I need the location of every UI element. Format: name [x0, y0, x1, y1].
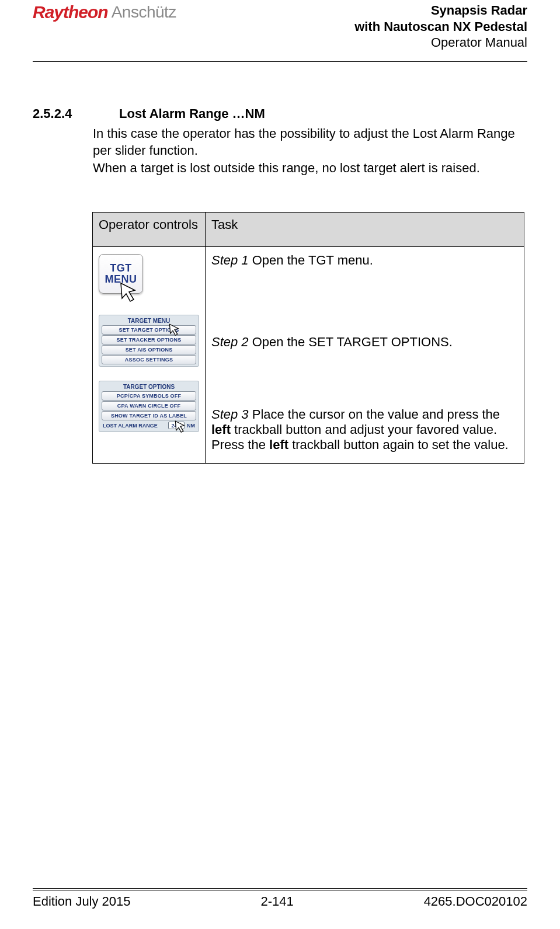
step-3-label: Step 3 [211, 407, 249, 422]
target-menu-title: TARGET MENU [100, 316, 197, 325]
menu-item-set-tracker-options[interactable]: SET TRACKER OPTIONS [102, 335, 196, 345]
step-1: Step 1 Open the TGT menu. [211, 253, 518, 268]
lost-alarm-range-value[interactable]: 24.0 [168, 422, 185, 429]
section-body: In this case the operator has the possib… [93, 125, 527, 177]
lost-alarm-range-row: LOST ALARM RANGE 24.0 NM [102, 421, 196, 430]
step-3-pre: Place the cursor on the value and press … [249, 407, 500, 422]
step-3-bold2: left [269, 437, 288, 452]
lost-alarm-range-unit: NM [187, 423, 195, 429]
step-3: Step 3 Place the cursor on the value and… [211, 407, 518, 453]
procedure-table: Operator controls Task TGT MENU TARGET M… [92, 212, 524, 464]
section-title: Lost Alarm Range …NM [119, 106, 265, 121]
step-3-post: trackball button again to set the value. [288, 437, 509, 452]
doc-title-line2: with Nautoscan NX Pedestal [354, 19, 527, 35]
step-1-label: Step 1 [211, 253, 249, 267]
th-operator-controls: Operator controls [93, 212, 206, 246]
target-options-panel: TARGET OPTIONS PCP/CPA SYMBOLS OFF CPA W… [99, 381, 199, 432]
section-heading: 2.5.2.4 Lost Alarm Range …NM [33, 106, 527, 121]
step-2-label: Step 2 [211, 335, 249, 349]
tgt-btn-line1: TGT [110, 263, 132, 274]
option-show-target-id[interactable]: SHOW TARGET ID AS LABEL [102, 411, 196, 420]
step-2: Step 2 Open the SET TARGET OPTIONS. [211, 335, 518, 350]
step-2-text: Open the SET TARGET OPTIONS. [249, 335, 453, 349]
footer-doc-id: 4265.DOC020102 [424, 894, 527, 909]
tgt-btn-line2: MENU [105, 274, 137, 285]
brand-logo: Raytheon Anschütz [33, 2, 176, 22]
footer-edition: Edition July 2015 [33, 894, 131, 909]
section-body-p2: When a target is lost outside this range… [93, 161, 480, 175]
menu-item-set-ais-options[interactable]: SET AIS OPTIONS [102, 345, 196, 354]
doc-title-line3: Operator Manual [354, 34, 527, 51]
document-title: Synapsis Radar with Nautoscan NX Pedesta… [354, 2, 527, 51]
menu-item-assoc-settings[interactable]: ASSOC SETTINGS [102, 355, 196, 364]
step-3-bold1: left [211, 422, 231, 437]
menu-item-set-target-options[interactable]: SET TARGET OPTIONS [102, 325, 196, 335]
logo-anschutz: Anschütz [112, 3, 176, 22]
step-1-text: Open the TGT menu. [249, 253, 373, 267]
logo-raytheon: Raytheon [33, 2, 108, 22]
target-menu-panel: TARGET MENU SET TARGET OPTIONS SET TRACK… [99, 315, 199, 367]
page-header: Raytheon Anschütz Synapsis Radar with Na… [33, 0, 527, 62]
option-cpa-warn-circle[interactable]: CPA WARN CIRCLE OFF [102, 401, 196, 410]
doc-title-line1: Synapsis Radar [354, 2, 527, 19]
section-body-p1: In this case the operator has the possib… [93, 126, 515, 158]
section-number: 2.5.2.4 [33, 106, 91, 121]
tgt-menu-button[interactable]: TGT MENU [99, 254, 143, 294]
target-options-title: TARGET OPTIONS [100, 382, 197, 391]
option-pcp-cpa-symbols[interactable]: PCP/CPA SYMBOLS OFF [102, 391, 196, 401]
page-footer: Edition July 2015 2-141 4265.DOC020102 [33, 888, 527, 909]
th-task: Task [206, 212, 524, 246]
tgt-menu-button-wrap: TGT MENU [99, 254, 149, 304]
task-cell: Step 1 Open the TGT menu. Step 2 Open th… [206, 246, 524, 463]
lost-alarm-range-label: LOST ALARM RANGE [103, 423, 158, 429]
footer-page: 2-141 [260, 894, 293, 909]
controls-cell: TGT MENU TARGET MENU SET TARGET OPTIONS … [93, 246, 206, 463]
